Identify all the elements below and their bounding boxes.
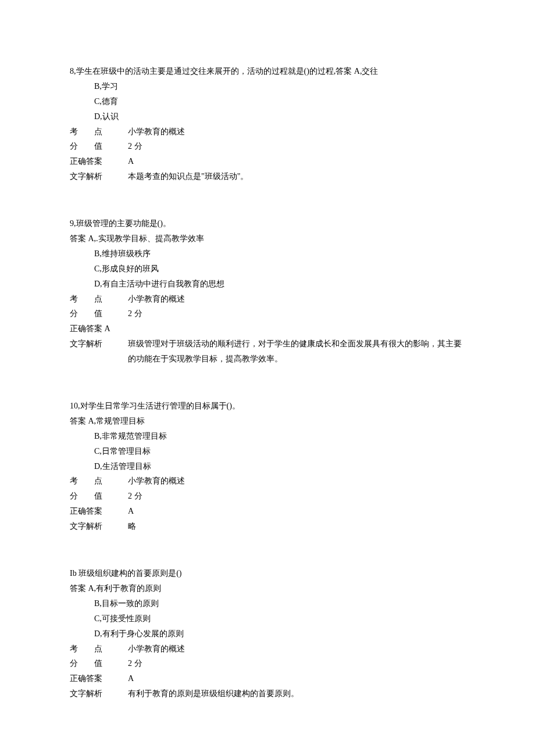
fenzhi-row: 分 值 2 分 xyxy=(70,306,465,321)
kaodian-row: 考 点 小学教育的概述 xyxy=(70,642,465,657)
answer-value: A xyxy=(128,154,465,169)
question-8: 8,学生在班级中的活动主要是通过交往来展开的，活动的过程就是()的过程,答案 A… xyxy=(70,64,465,184)
jiexi-row: 文字解析 本题考查的知识点是"班级活动"。 xyxy=(70,169,465,184)
fenzhi-value: 2 分 xyxy=(128,306,465,321)
option-b: B,非常规范管理目标 xyxy=(70,429,465,444)
option-d: D,认识 xyxy=(70,109,465,124)
question-stem: 10,对学生日常学习生活进行管理的目标属于()。 xyxy=(70,399,465,414)
kaodian-row: 考 点 小学教育的概述 xyxy=(70,124,465,139)
q-stem: 对学生日常学习生活进行管理的目标属于()。 xyxy=(80,402,240,410)
q-stem: 学生在班级中的活动主要是通过交往来展开的，活动的过程就是()的过程,答案 A,交… xyxy=(76,67,379,76)
kaodian-label: 考 点 xyxy=(70,474,128,489)
q-stem: 班级组织建构的首要原则是() xyxy=(79,569,181,578)
fenzhi-value: 2 分 xyxy=(128,139,465,154)
fenzhi-label: 分 值 xyxy=(70,306,128,321)
fenzhi-row: 分 值 2 分 xyxy=(70,656,465,671)
fenzhi-value: 2 分 xyxy=(128,489,465,504)
kaodian-value: 小学教育的概述 xyxy=(128,292,465,307)
fenzhi-value: 2 分 xyxy=(128,656,465,671)
kaodian-value: 小学教育的概述 xyxy=(128,642,465,657)
kaodian-row: 考 点 小学教育的概述 xyxy=(70,292,465,307)
option-a: 答案 A,有利于教育的原则 xyxy=(70,581,465,596)
option-d: D,生活管理目标 xyxy=(70,459,465,474)
question-stem: 8,学生在班级中的活动主要是通过交往来展开的，活动的过程就是()的过程,答案 A… xyxy=(70,64,465,79)
fenzhi-label: 分 值 xyxy=(70,139,128,154)
jiexi-row: 文字解析 有利于教育的原则是班级组织建构的首要原则。 xyxy=(70,686,465,701)
jiexi-row: 文字解析 班级管理对于班级活动的顺利进行，对于学生的健康成长和全面发展具有很大的… xyxy=(70,336,465,367)
jiexi-value: 本题考查的知识点是"班级活动"。 xyxy=(128,169,465,184)
jiexi-value: 班级管理对于班级活动的顺利进行，对于学生的健康成长和全面发展具有很大的影响，其主… xyxy=(128,336,465,367)
question-stem: Ib 班级组织建构的首要原则是() xyxy=(70,566,465,581)
q-stem: 班级管理的主要功能是()。 xyxy=(76,219,171,228)
option-c: C,形成良好的班风 xyxy=(70,261,465,277)
option-c: C,德育 xyxy=(70,94,465,109)
jiexi-label: 文字解析 xyxy=(70,169,128,184)
option-a: 答案 A,常规管理目标 xyxy=(70,414,465,429)
fenzhi-row: 分 值 2 分 xyxy=(70,489,465,504)
option-b: B,维持班级秩序 xyxy=(70,246,465,261)
question-11: Ib 班级组织建构的首要原则是() 答案 A,有利于教育的原则 B,目标一致的原… xyxy=(70,566,465,701)
fenzhi-row: 分 值 2 分 xyxy=(70,139,465,154)
option-d: D,有自主活动中进行自我教育的思想 xyxy=(70,277,465,292)
q-num: 8 xyxy=(70,67,74,76)
option-b: B,目标一致的原则 xyxy=(70,596,465,611)
option-b: B,学习 xyxy=(70,79,465,94)
jiexi-label: 文字解析 xyxy=(70,686,128,701)
kaodian-label: 考 点 xyxy=(70,292,128,307)
jiexi-label: 文字解析 xyxy=(70,519,128,534)
jiexi-label: 文字解析 xyxy=(70,336,128,367)
jiexi-row: 文字解析 略 xyxy=(70,519,465,534)
answer-row: 正确答案 A xyxy=(70,671,465,686)
kaodian-value: 小学教育的概述 xyxy=(128,474,465,489)
answer-label: 正确答案 xyxy=(70,504,128,519)
answer-value: A xyxy=(128,671,465,686)
answer-row: 正确答案 A xyxy=(70,321,465,336)
option-c: C,可接受性原则 xyxy=(70,611,465,626)
fenzhi-label: 分 值 xyxy=(70,656,128,671)
kaodian-label: 考 点 xyxy=(70,124,128,139)
option-d: D,有利于身心发展的原则 xyxy=(70,626,465,642)
answer-label: 正确答案 xyxy=(70,671,128,686)
fenzhi-label: 分 值 xyxy=(70,489,128,504)
question-stem: 9,班级管理的主要功能是()。 xyxy=(70,216,465,231)
answer-label: 正确答案 xyxy=(70,154,128,169)
question-10: 10,对学生日常学习生活进行管理的目标属于()。 答案 A,常规管理目标 B,非… xyxy=(70,399,465,534)
option-a: 答案 A,.实现教学目标、提高教学效率 xyxy=(70,231,465,246)
answer-row: 正确答案 A xyxy=(70,154,465,169)
answer-value: A xyxy=(128,504,465,519)
kaodian-row: 考 点 小学教育的概述 xyxy=(70,474,465,489)
jiexi-value: 有利于教育的原则是班级组织建构的首要原则。 xyxy=(128,686,465,701)
question-9: 9,班级管理的主要功能是()。 答案 A,.实现教学目标、提高教学效率 B,维持… xyxy=(70,216,465,367)
answer-row: 正确答案 A xyxy=(70,504,465,519)
q-num: 9 xyxy=(70,219,74,228)
jiexi-value: 略 xyxy=(128,519,465,534)
document-page: 8,学生在班级中的活动主要是通过交往来展开的，活动的过程就是()的过程,答案 A… xyxy=(0,0,535,756)
q-num: Ib xyxy=(70,569,77,578)
kaodian-label: 考 点 xyxy=(70,642,128,657)
q-num: 10 xyxy=(70,402,78,410)
option-c: C,日常管理目标 xyxy=(70,444,465,459)
kaodian-value: 小学教育的概述 xyxy=(128,124,465,139)
